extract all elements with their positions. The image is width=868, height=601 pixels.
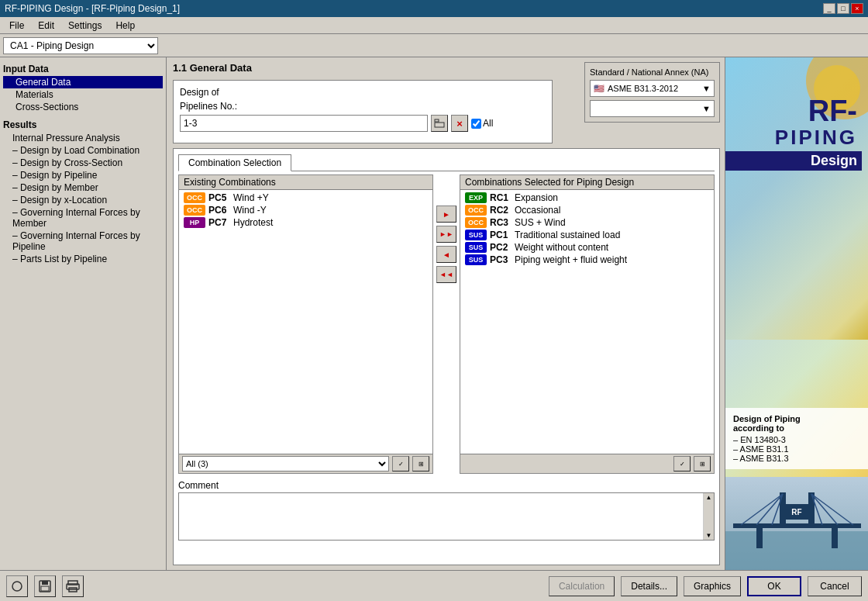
menu-settings[interactable]: Settings: [62, 19, 108, 33]
design-dropdown[interactable]: CA1 - Piping Design: [3, 37, 158, 54]
combo-desc: Wind -Y: [233, 205, 267, 216]
existing-combo-row[interactable]: HP PC7 Hydrotest: [181, 216, 431, 229]
menu-bar: File Edit Settings Help: [0, 17, 868, 34]
selected-combo-row[interactable]: SUS PC2 Weight without content: [462, 241, 712, 254]
combo-badge: EXP: [465, 192, 487, 203]
combos-wrapper: Existing Combinations OCC PC5 Wind +Y OC…: [178, 174, 715, 474]
selected-combo-row[interactable]: SUS PC3 Piping weight + fluid weight: [462, 254, 712, 266]
existing-check-btn[interactable]: ✓: [392, 456, 409, 471]
combo-desc: Piping weight + fluid weight: [515, 254, 627, 265]
move-left-btn[interactable]: ◄: [436, 246, 456, 263]
nav-design-load[interactable]: – Design by Load Combination: [3, 144, 163, 157]
svg-line-6: [741, 494, 783, 525]
standard-value: ASME B31.3-2012: [608, 84, 678, 93]
combo-name: PC3: [490, 254, 512, 265]
existing-combos-header: Existing Combinations: [179, 175, 432, 190]
minimize-button[interactable]: _: [823, 3, 835, 14]
all-checkbox[interactable]: [471, 119, 481, 129]
selected-check-btn[interactable]: ✓: [673, 456, 691, 471]
nav-design-cross[interactable]: – Design by Cross-Section: [3, 157, 163, 169]
combo-name: RC2: [490, 205, 512, 216]
combo-desc: Wind +Y: [233, 192, 269, 203]
nav-general-data[interactable]: General Data: [3, 76, 163, 88]
svg-rect-3: [733, 523, 861, 528]
selected-combo-row[interactable]: OCC RC2 Occasional: [462, 204, 712, 216]
selected-combos-items: EXP RC1 Expansion OCC RC2 Occasional OCC…: [460, 190, 714, 268]
existing-filter-select[interactable]: All (3): [182, 456, 389, 471]
move-right-btn[interactable]: ►: [436, 206, 456, 223]
combo-desc: Expansion: [515, 192, 558, 203]
nav-gov-forces-pipeline[interactable]: – Governing Internal Forces by Pipeline: [3, 230, 163, 253]
selected-combos-footer: ✓ ⊞: [460, 454, 714, 473]
panel-title: 1.1 General Data: [173, 62, 553, 75]
comment-scroll-down[interactable]: ▼: [704, 532, 713, 539]
side-info-title: Design of Pipingaccording to: [733, 414, 860, 433]
existing-combos-list: OCC PC5 Wind +Y OCC PC6 Wind -Y HP PC7 H…: [179, 190, 432, 454]
combo-desc: Weight without content: [515, 242, 608, 253]
standard-arrow: ▼: [702, 84, 711, 93]
side-info-item-2: – ASME B31.1: [733, 444, 860, 454]
ok-button[interactable]: OK: [747, 576, 801, 596]
move-all-left-btn[interactable]: ◄◄: [436, 266, 456, 283]
menu-help[interactable]: Help: [109, 19, 141, 33]
existing-combo-row[interactable]: OCC PC6 Wind -Y: [181, 204, 431, 216]
comment-textarea[interactable]: [179, 493, 703, 540]
combo-badge: HP: [184, 217, 205, 228]
maximize-button[interactable]: □: [837, 3, 849, 14]
nav-design-pipeline[interactable]: – Design by Pipeline: [3, 169, 163, 181]
status-save-btn[interactable]: [34, 575, 56, 597]
nav-design-member[interactable]: – Design by Member: [3, 181, 163, 194]
combo-name: RC3: [490, 217, 512, 228]
move-all-right-btn[interactable]: ►►: [436, 226, 456, 243]
svg-rect-13: [832, 525, 838, 548]
selected-combo-row[interactable]: SUS PC1 Traditional sustained load: [462, 229, 712, 241]
status-bar: Calculation Details... Graphics OK Cance…: [0, 570, 868, 601]
comment-section: Comment ▲ ▼: [178, 480, 715, 541]
status-print-btn[interactable]: [62, 575, 84, 597]
content-area: 1.1 General Data Design of Pipelines No.…: [167, 57, 725, 570]
arrow-buttons: ► ►► ◄ ◄◄: [436, 174, 456, 283]
svg-rect-0: [435, 119, 439, 122]
pipeline-clear-btn[interactable]: ×: [451, 115, 468, 132]
svg-rect-12: [756, 525, 763, 548]
graphics-button[interactable]: Graphics: [684, 576, 741, 596]
menu-file[interactable]: File: [3, 19, 30, 33]
nav-cross-sections[interactable]: Cross-Sections: [3, 101, 163, 113]
nav-design-xloc[interactable]: – Design by x-Location: [3, 194, 163, 206]
nav-materials[interactable]: Materials: [3, 88, 163, 101]
combo-name: PC2: [490, 242, 512, 253]
existing-combo-row[interactable]: OCC PC5 Wind +Y: [181, 192, 431, 204]
cancel-button[interactable]: Cancel: [808, 576, 862, 596]
nav-gov-forces-member[interactable]: – Governing Internal Forces by Member: [3, 206, 163, 230]
menu-edit[interactable]: Edit: [32, 19, 60, 33]
existing-detail-btn[interactable]: ⊞: [412, 456, 429, 471]
standard-label: Standard / National Annex (NA): [590, 67, 715, 77]
selected-combo-row[interactable]: EXP RC1 Expansion: [462, 192, 712, 204]
na-select-row[interactable]: ▼: [590, 100, 715, 117]
title-bar-text: RF-PIPING Design - [RF-Piping Design_1]: [5, 3, 180, 14]
svg-line-7: [756, 494, 783, 525]
pipeline-input[interactable]: [180, 115, 428, 132]
input-data-header: Input Data: [3, 64, 163, 74]
results-header: Results: [3, 119, 163, 130]
na-arrow: ▼: [702, 104, 711, 113]
details-button[interactable]: Details...: [621, 576, 677, 596]
nav-parts-list[interactable]: – Parts List by Pipeline: [3, 253, 163, 265]
selected-combos-list: EXP RC1 Expansion OCC RC2 Occasional OCC…: [460, 190, 714, 454]
rf-piping-logo: RF- PIPING Design: [725, 96, 868, 171]
status-home-btn[interactable]: [6, 575, 28, 597]
tab-combination-selection[interactable]: Combination Selection: [178, 154, 291, 171]
side-image-panel: RF- PIPING Design Design of Pipingaccord…: [725, 57, 868, 570]
combo-name: PC5: [208, 192, 230, 203]
comment-scroll-up[interactable]: ▲: [704, 494, 713, 501]
close-button[interactable]: ×: [851, 3, 863, 14]
selected-combo-row[interactable]: OCC RC3 SUS + Wind: [462, 216, 712, 229]
combo-name: PC1: [490, 230, 512, 240]
combo-desc: Occasional: [515, 205, 560, 216]
nav-internal-pressure[interactable]: Internal Pressure Analysis: [3, 132, 163, 144]
calculation-button[interactable]: Calculation: [549, 576, 615, 596]
side-info: Design of Pipingaccording to – EN 13480-…: [725, 408, 868, 469]
standard-select-row[interactable]: 🇺🇸 ASME B31.3-2012 ▼: [590, 80, 715, 97]
selected-detail-btn[interactable]: ⊞: [694, 456, 711, 471]
pipeline-browse-btn[interactable]: [431, 115, 448, 132]
